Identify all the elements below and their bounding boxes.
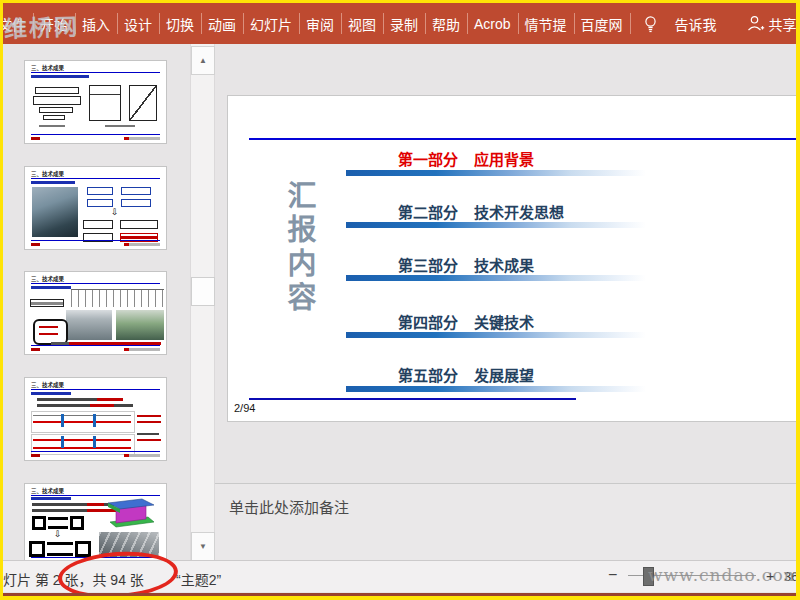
thumb-art <box>48 517 68 529</box>
thumb-rule <box>31 178 160 179</box>
section-gradient-bar <box>346 170 646 176</box>
thumb-photo <box>32 187 78 237</box>
zoom-out-button[interactable]: − <box>608 566 617 584</box>
thumb-logo <box>124 454 160 457</box>
thumb-art <box>33 439 131 441</box>
slide-section-2: 第二部分技术开发思想 <box>398 201 564 222</box>
thumb-art <box>71 289 164 307</box>
tab-slideshow[interactable]: 幻灯片 <box>243 3 299 44</box>
slide-thumbnail-2[interactable]: 三、技术成果 ⇩ <box>24 166 167 250</box>
thumb-art <box>70 516 84 530</box>
thumb-rule <box>31 495 160 496</box>
tab-review[interactable]: 审阅 <box>299 3 341 44</box>
thumb-rule <box>31 240 160 241</box>
section-label: 第三部分 <box>398 257 458 274</box>
tab-design[interactable]: 设计 <box>117 3 159 44</box>
theme-name-status: “主题2” <box>176 569 221 589</box>
scrollbar-thumb[interactable] <box>191 277 215 306</box>
thumb-art <box>33 447 131 449</box>
screenshot-border <box>0 0 3 600</box>
thumb-art <box>32 516 46 530</box>
slide-bottom-rule <box>249 398 576 400</box>
section-label: 第五部分 <box>398 367 458 384</box>
tab-record[interactable]: 录制 <box>383 3 425 44</box>
thumb-art <box>33 421 131 423</box>
slide-thumbnail-panel: 三、技术成果 三、技术成果 ⇩ <box>3 44 190 560</box>
slide-page-number: 2/94 <box>234 402 255 414</box>
thumb-art <box>120 220 158 229</box>
section-title: 应用背景 <box>474 151 534 168</box>
slide-thumbnail-3[interactable]: 三、技术成果 <box>24 271 167 355</box>
thumb-art <box>121 187 151 195</box>
site-watermark-text: 维桥网 <box>3 8 79 45</box>
thumb-photo <box>116 310 164 340</box>
thumb-art <box>37 404 133 407</box>
thumb-art <box>39 333 58 335</box>
thumb-art <box>93 414 96 427</box>
thumb-art <box>43 115 65 120</box>
screenshot-border <box>0 0 800 3</box>
slide-thumbnail-4[interactable]: 三、技术成果 <box>24 377 167 461</box>
slide-editing-area[interactable]: 汇报内容 第一部分应用背景 第二部分技术开发思想 第三部分技术成果 第四部分关键… <box>227 95 797 422</box>
section-title: 关键技术 <box>474 314 534 331</box>
thumb-3d-beam <box>102 497 156 529</box>
thumb-title: 三、技术成果 <box>31 380 64 388</box>
thumb-subtitle-bar <box>31 75 89 78</box>
thumb-art <box>39 125 65 127</box>
notes-placeholder: 单击此处添加备注 <box>229 496 349 517</box>
thumb-rule <box>31 345 160 346</box>
tab-help[interactable]: 帮助 <box>425 3 467 44</box>
scroll-up-button[interactable]: ▲ <box>191 46 215 75</box>
thumb-art <box>31 454 40 457</box>
slide-top-rule <box>249 138 796 140</box>
thumb-art <box>137 421 161 423</box>
thumb-art <box>33 415 131 416</box>
tab-acrobat[interactable]: Acrob <box>467 3 518 44</box>
slide-section-5: 第五部分发展展望 <box>398 364 534 385</box>
powerpoint-window: 文件 开始 插入 设计 切换 动画 幻灯片 审阅 视图 录制 帮助 Acrob … <box>0 0 800 600</box>
tab-insert[interactable]: 插入 <box>75 3 117 44</box>
thumb-subtitle-bar <box>31 392 71 395</box>
tab-animations[interactable]: 动画 <box>201 3 243 44</box>
share-label: 共享 <box>769 14 797 34</box>
thumb-art <box>33 96 81 105</box>
thumb-rule <box>31 72 160 73</box>
thumb-art <box>31 348 40 351</box>
lightbulb-icon[interactable] <box>634 3 667 44</box>
thumb-art <box>37 398 123 401</box>
thumb-art <box>31 137 40 140</box>
thumb-logo <box>124 348 160 351</box>
thumb-logo <box>124 243 160 246</box>
thumb-subtitle-bar <box>31 181 75 184</box>
thumb-art <box>39 326 58 328</box>
section-title: 技术成果 <box>474 257 534 274</box>
tab-baidu-netdisk[interactable]: 百度网 <box>574 3 630 44</box>
thumb-art <box>83 220 113 229</box>
notes-pane[interactable]: 单击此处添加备注 <box>215 483 800 561</box>
thumb-rule <box>31 283 160 284</box>
thumb-art <box>93 436 96 448</box>
thumb-art <box>105 125 135 127</box>
screenshot-border <box>0 596 800 600</box>
tell-me-button[interactable]: 告诉我 <box>667 3 725 44</box>
thumb-art <box>30 299 64 307</box>
scroll-down-button[interactable]: ▼ <box>191 532 215 561</box>
thumb-art <box>87 199 113 207</box>
tab-transitions[interactable]: 切换 <box>159 3 201 44</box>
ribbon-tab-bar: 文件 开始 插入 设计 切换 动画 幻灯片 审阅 视图 录制 帮助 Acrob … <box>0 3 800 44</box>
tab-storyboard[interactable]: 情节提 <box>518 3 574 44</box>
thumb-art <box>75 541 91 557</box>
section-label: 第二部分 <box>398 204 458 221</box>
tab-view[interactable]: 视图 <box>341 3 383 44</box>
slide-thumbnail-5[interactable]: 三、技术成果 ⇩ <box>24 483 167 560</box>
section-title: 技术开发思想 <box>474 204 564 221</box>
slide-vertical-title: 汇报内容 <box>284 180 313 316</box>
slide-section-4: 第四部分关键技术 <box>398 311 534 332</box>
thumb-art <box>61 414 64 427</box>
add-person-icon <box>747 15 765 32</box>
share-button[interactable]: 共享 <box>743 3 800 44</box>
slide-thumbnail-1[interactable]: 三、技术成果 <box>24 60 167 144</box>
thumb-subtitle-bar <box>31 286 71 289</box>
section-gradient-bar <box>346 386 646 392</box>
thumb-art <box>31 243 40 246</box>
